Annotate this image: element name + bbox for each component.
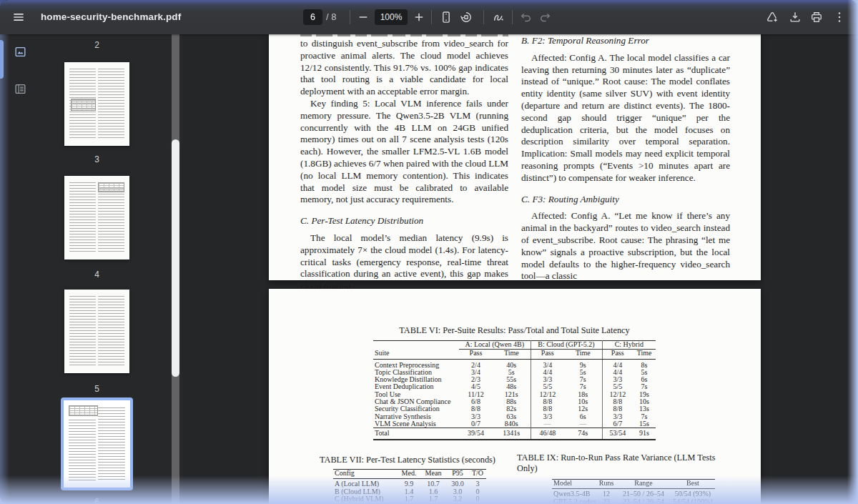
table-cell: Qwen3.5-4B: [552, 489, 596, 498]
table6-group-header-row: A: Local (Qwen 4B) B: Cloud (GPT-5.2) C:…: [373, 341, 656, 350]
thumbnails-panel: 2 3 4 5 6: [37, 34, 182, 504]
thumbnail-page-5[interactable]: [64, 290, 129, 373]
table-cell: 53/54: [602, 428, 633, 440]
paragraph: Affected: Config A. “Let me know if ther…: [521, 210, 730, 282]
rotate-button[interactable]: [458, 9, 475, 26]
table-cell: 4/5: [459, 383, 493, 390]
thumbnail-page-3[interactable]: [64, 62, 129, 146]
table-cell: 7s: [633, 383, 656, 390]
table-cell: Knowledge Distillation: [373, 376, 459, 383]
table-row: Qwen3.5-4B1221–50 / 26–5450/54 (93%): [552, 489, 715, 498]
table-cell: Topic Classification: [373, 369, 459, 376]
add-to-drive-button[interactable]: [764, 9, 781, 26]
menu-button[interactable]: [10, 9, 27, 26]
pen-squiggle-icon: [492, 10, 506, 24]
table-cell: 55s: [493, 376, 531, 383]
table-cell: 121s: [493, 391, 531, 398]
table-cell: GPT-5.2 codex: [552, 498, 596, 504]
table-cell: 30.0: [446, 479, 469, 488]
thumbnail-fake-table: [98, 182, 124, 192]
more-options-button[interactable]: [831, 9, 848, 26]
table9-header-row: Model Runs Range Best: [552, 480, 715, 489]
table-cell: 1.6: [420, 488, 446, 495]
table-cell: —: [564, 420, 602, 428]
download-button[interactable]: [786, 9, 804, 26]
table-cell: 9.9: [398, 479, 420, 488]
thumbnail-page-6-selected[interactable]: [61, 397, 133, 490]
zoom-out-button[interactable]: [355, 9, 372, 26]
sidebar-tab-outline[interactable]: [10, 79, 30, 99]
thumbnail-label: 2: [64, 40, 129, 50]
table-cell: 6s: [633, 376, 656, 383]
thumbnail-fake-text: [98, 69, 124, 140]
sidebar-scrollbar-thumb[interactable]: [172, 139, 179, 377]
table-cell: 12s: [564, 405, 602, 412]
table-cell: 88s: [493, 398, 531, 405]
table-cell: [373, 341, 459, 350]
fit-page-button[interactable]: [438, 9, 455, 26]
table6-total-row: Total 39/54 1341s 46/48 74s 53/54 91s: [373, 428, 656, 440]
table-row: Tool Use11/12121s12/1218s12/1219s: [373, 391, 656, 398]
table-row: A (Local LLM)9.910.730.03: [333, 479, 486, 488]
table-cell: 3.0: [446, 488, 469, 495]
table-cell: 8/8: [531, 405, 564, 412]
table-cell: 12/12: [531, 391, 564, 398]
section-heading: C. Per-Test Latency Distribution: [300, 215, 508, 227]
annotate-button[interactable]: [490, 9, 508, 26]
table-cell: 23–54 / 26–54: [616, 498, 671, 504]
outline-icon: [14, 82, 27, 96]
thumbnail-label: 6: [64, 497, 129, 504]
thumbnail-fake-text: [69, 182, 95, 254]
print-button[interactable]: [808, 9, 825, 26]
table-cell: 5/5: [531, 383, 564, 390]
table-cell: 15s: [633, 420, 656, 428]
table-cell: C: Hybrid: [602, 341, 656, 350]
table6-caption: TABLE VI: Per-Suite Results: Pass/Total …: [373, 325, 656, 336]
table-cell: Range: [616, 480, 671, 489]
table-cell: 63s: [493, 413, 531, 420]
table-cell: 6s: [564, 413, 602, 420]
undo-button[interactable]: [518, 9, 535, 26]
table-cell: 1.7: [420, 495, 446, 503]
table-cell: 12/12: [602, 391, 633, 398]
table-cell: 0/7: [459, 420, 493, 428]
minus-icon: [357, 11, 370, 24]
table-cell: 18s: [564, 391, 602, 398]
toolbar-divider: [350, 10, 350, 24]
table-cell: 5s: [564, 369, 602, 376]
table-cell: 74s: [564, 428, 602, 440]
thumbnail-page-4[interactable]: [64, 176, 129, 260]
table-cell: 4/4: [602, 369, 633, 376]
table-cell: 0: [469, 495, 486, 503]
table-cell: 8/8: [602, 398, 633, 405]
zoom-level-input[interactable]: 100%: [375, 9, 408, 25]
thumbnail-label: 5: [64, 384, 129, 394]
paragraph: Key finding 5: Local VLM inference fails…: [300, 98, 508, 206]
table-cell: 13s: [633, 405, 656, 412]
thumbnail-fake-table: [69, 405, 98, 416]
thumbnail-label: 4: [64, 270, 129, 280]
table-cell: 3/4: [459, 369, 493, 376]
zoom-in-button[interactable]: [410, 9, 428, 26]
sidebar-tab-thumbnails[interactable]: [10, 41, 30, 61]
page-number-input[interactable]: 6: [303, 9, 322, 25]
table-cell: 5s: [633, 369, 656, 376]
table-row: B (Cloud LLM)1.41.63.00: [333, 488, 486, 495]
table-cell: 2/3: [459, 376, 493, 383]
table-cell: 4/4: [602, 359, 633, 369]
print-icon: [809, 10, 824, 24]
redo-button[interactable]: [536, 9, 553, 26]
table-cell: Time: [564, 350, 602, 359]
table-cell: Total: [373, 428, 459, 440]
thumbnails-icon: [14, 45, 27, 59]
table-cell: 39/54: [459, 428, 493, 440]
table-row: Narrative Synthesis3/363s3/36s3/37s: [373, 413, 656, 420]
table-cell: Narrative Synthesis: [373, 413, 459, 420]
download-icon: [788, 10, 802, 24]
active-tab-indicator: [0, 40, 4, 79]
table-cell: 50/54 (93%): [671, 489, 715, 498]
thumbnail-fake-text: [98, 407, 124, 482]
table-cell: Time: [633, 350, 656, 359]
table-cell: 3/3: [531, 413, 564, 420]
table9-caption: TABLE IX: Run-to-Run Pass Rate Variance …: [517, 453, 729, 473]
